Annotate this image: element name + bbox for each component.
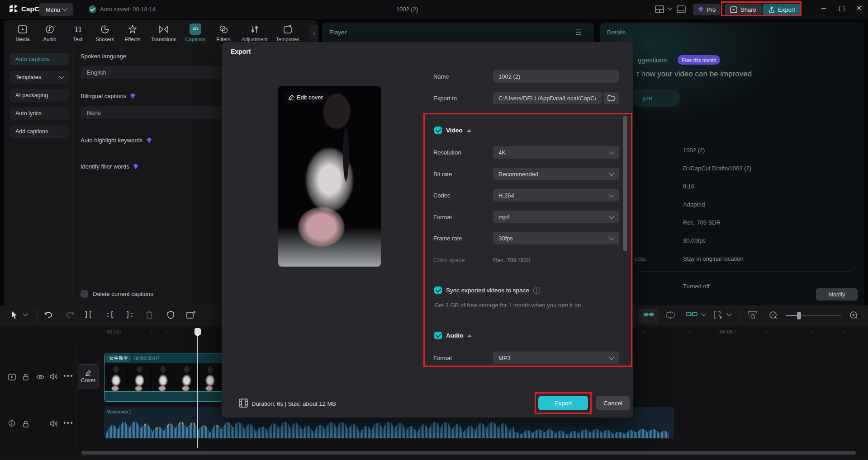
sidebar-item-templates[interactable]: Templates: [10, 71, 69, 84]
chevron-down-icon: [609, 355, 614, 360]
undo-icon[interactable]: [44, 311, 53, 319]
sync-checkbox[interactable]: [434, 286, 442, 294]
video-section-header[interactable]: Video: [434, 127, 471, 134]
split-icon[interactable]: ][: [84, 310, 92, 319]
audio-more-icon[interactable]: •••: [63, 419, 74, 427]
magnet-snap-icon[interactable]: [643, 311, 654, 318]
modify-button[interactable]: Modify: [816, 288, 858, 300]
detail-ratio-value: 9:16: [683, 183, 694, 190]
maximize-button[interactable]: ▢: [836, 4, 848, 12]
delete-captions-row[interactable]: Delete current captions: [81, 290, 153, 298]
sidebar-item-auto-captions[interactable]: Auto captions: [10, 53, 69, 66]
cover-button[interactable]: Cover: [78, 364, 99, 389]
video-checkbox[interactable]: [434, 127, 442, 134]
cursor-chevron-icon[interactable]: [23, 311, 28, 316]
resolution-select[interactable]: 4K: [493, 146, 619, 159]
detail-colorspace-value: Rec. 709 SDR: [683, 219, 721, 226]
cover-preview-image: Edit cover: [278, 86, 381, 267]
codec-select[interactable]: H.264: [493, 189, 619, 202]
timeline-horizontal-scrollbar[interactable]: [81, 451, 856, 455]
analyze-button[interactable]: yze: [628, 89, 680, 107]
templates-icon: [283, 23, 292, 35]
sync-space-row[interactable]: Sync exported videos to space i: [434, 286, 540, 294]
split-cursor-chevron-icon[interactable]: [726, 311, 731, 316]
sidebar-item-ai-packaging[interactable]: AI packaging: [10, 89, 69, 102]
audio-mute-icon[interactable]: [50, 420, 57, 427]
info-icon[interactable]: i: [533, 287, 540, 294]
layout-panel-icon[interactable]: [655, 5, 664, 13]
delete-right-icon[interactable]: ]:: [126, 310, 134, 319]
tab-audio[interactable]: Audio: [37, 23, 62, 42]
collapse-caret-icon[interactable]: [467, 129, 471, 132]
audio-section-header[interactable]: Audio: [434, 332, 472, 339]
playhead-line[interactable]: [197, 328, 198, 448]
framerate-select[interactable]: 30fps: [493, 232, 619, 244]
trash-icon[interactable]: [146, 311, 153, 319]
audio-checkbox[interactable]: [434, 332, 442, 339]
share-button[interactable]: Share: [725, 4, 762, 16]
tab-adjustment[interactable]: Adjustment: [242, 23, 267, 42]
video-lock-icon[interactable]: [23, 373, 29, 380]
export-confirm-button[interactable]: Export: [538, 396, 588, 410]
delete-captions-checkbox[interactable]: [81, 290, 88, 298]
framerate-value: 30fps: [498, 235, 513, 242]
preview-axis-icon[interactable]: [665, 311, 676, 319]
audio-format-select[interactable]: MP3: [493, 352, 619, 364]
tab-label: Stickers: [96, 37, 114, 42]
redo-icon[interactable]: [66, 311, 74, 319]
video-visibility-icon[interactable]: [36, 374, 44, 380]
close-button[interactable]: ✕: [853, 4, 865, 12]
edit-cover-button[interactable]: Edit cover: [284, 91, 327, 103]
cancel-button[interactable]: Cancel: [596, 396, 630, 410]
split-cursor-icon[interactable]: [713, 311, 723, 319]
tab-captions[interactable]: Captions: [183, 23, 208, 42]
dialog-scrollbar[interactable]: [623, 116, 627, 251]
name-input[interactable]: 1002 (2): [493, 70, 619, 83]
browse-folder-button[interactable]: [603, 92, 619, 104]
sidebar-item-auto-lyrics[interactable]: Auto lyrics: [10, 107, 69, 120]
zoom-in-icon[interactable]: [849, 311, 859, 320]
menu-button[interactable]: Menu: [39, 3, 73, 16]
delete-left-icon[interactable]: :[: [106, 310, 114, 319]
timeline-fit-icon[interactable]: [747, 311, 758, 319]
tab-templates[interactable]: Templates: [275, 23, 300, 42]
collapse-caret-icon[interactable]: [467, 334, 472, 337]
sidebar-label: AI packaging: [15, 92, 48, 99]
tab-label: Filters: [216, 37, 230, 42]
tab-effects[interactable]: Effects: [120, 23, 145, 42]
tab-transitions[interactable]: Transitions: [151, 23, 176, 42]
sidebar-label: Add captions: [15, 128, 48, 135]
select-cursor-icon[interactable]: [11, 311, 18, 319]
adjust-panel-icon[interactable]: [677, 5, 686, 13]
export-path-input[interactable]: C:/Users/DELL/AppData/Local/CapCut/Vi...: [493, 92, 602, 104]
tab-label: Audio: [43, 37, 56, 42]
sidebar-item-add-captions[interactable]: Add captions: [10, 125, 69, 138]
player-menu-icon[interactable]: ☰: [575, 28, 582, 37]
export-button-top[interactable]: Export: [763, 4, 801, 16]
format-value: mp4: [498, 214, 510, 221]
zoom-out-icon[interactable]: [769, 311, 778, 320]
tab-expand-button[interactable]: ›: [309, 25, 318, 42]
video-mute-icon[interactable]: [50, 373, 57, 380]
tab-filters[interactable]: Filters: [211, 23, 236, 42]
link-clips-icon[interactable]: [686, 311, 697, 317]
zoom-slider-track[interactable]: [786, 315, 841, 316]
mask-shield-icon[interactable]: [167, 311, 174, 319]
link-chevron-icon[interactable]: [701, 311, 706, 316]
zoom-slider-handle[interactable]: [797, 312, 801, 319]
tab-stickers[interactable]: Stickers: [92, 23, 118, 42]
bilingual-label-text: Bilingual captions: [81, 93, 126, 99]
sync-hint: Get 3 GB of free storage for 1 month whe…: [434, 302, 583, 309]
chevron-down-icon: [62, 6, 67, 11]
tab-text[interactable]: TI Text: [65, 23, 90, 42]
layout-chevron-icon[interactable]: [667, 5, 672, 10]
tab-media[interactable]: Media: [10, 23, 35, 42]
format-select[interactable]: mp4: [493, 211, 619, 223]
audio-lock-icon[interactable]: [23, 420, 29, 427]
video-more-icon[interactable]: •••: [63, 372, 74, 380]
pro-badge[interactable]: Pro: [693, 4, 721, 15]
bitrate-select[interactable]: Recommended: [493, 168, 619, 180]
minimize-button[interactable]: ─: [818, 4, 830, 12]
export-frame-icon[interactable]: [186, 311, 195, 319]
free-month-badge: Free this month: [678, 55, 720, 65]
